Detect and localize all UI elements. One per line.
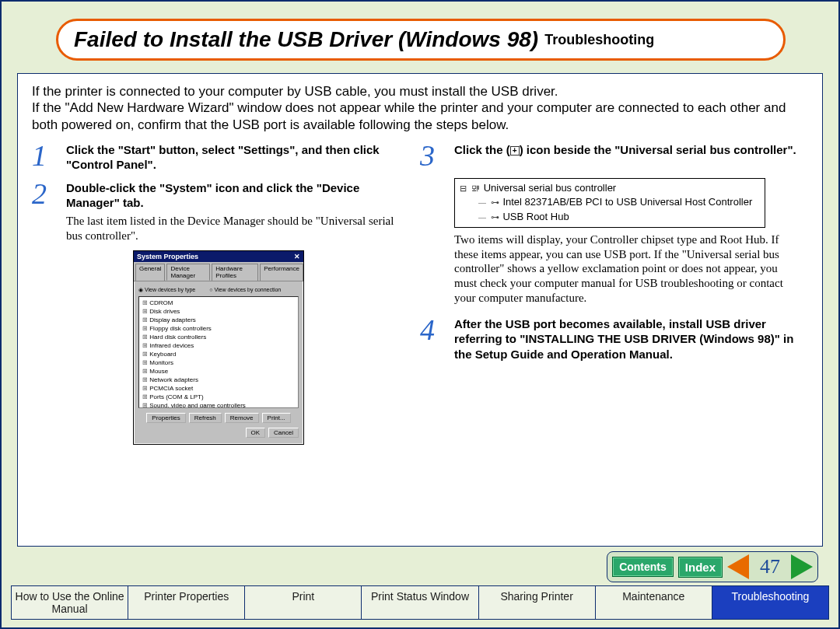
tab-maintenance[interactable]: Maintenance — [596, 585, 712, 620]
page-number: 47 — [760, 555, 780, 578]
step-1: 1 Click the "Start" button, select "Sett… — [32, 142, 420, 173]
sysprop-button: Cancel — [268, 428, 299, 438]
step-heading: Click the (+) icon beside the "Universal… — [454, 142, 797, 158]
prev-page-arrow-icon[interactable] — [727, 554, 749, 579]
next-page-arrow-icon[interactable] — [791, 554, 813, 579]
tab-troubleshooting[interactable]: Troubleshooting — [712, 585, 829, 620]
bottom-tabs: How to Use the Online Manual Printer Pro… — [11, 585, 829, 620]
title-main: Failed to Install the USB Driver (Window… — [74, 27, 538, 52]
usb-tree-screenshot: 🖳 Universal serial bus controller ⊶ Inte… — [454, 178, 765, 228]
page-nav-strip: Contents Index 47 — [607, 551, 818, 582]
sysprop-button: OK — [246, 428, 266, 438]
tab-print[interactable]: Print — [245, 585, 362, 620]
system-properties-screenshot: System Properties ✕ General Device Manag… — [133, 250, 304, 445]
intro-text: If the printer is connected to your comp… — [32, 83, 808, 133]
tab-printer-properties[interactable]: Printer Properties — [128, 585, 245, 620]
usbtree-child: ⊶ Intel 82371AB/EB PCI to USB Universal … — [478, 195, 760, 210]
step-2: 2 Double-click the "System" icon and cli… — [32, 180, 420, 243]
usbtree-root: 🖳 Universal serial bus controller — [460, 181, 760, 195]
step-desc: Two items will display, your Controller … — [454, 232, 802, 306]
sysprop-tab: Device Manager — [166, 264, 210, 281]
plus-icon: + — [510, 146, 520, 156]
intro-line1: If the printer is connected to your comp… — [32, 83, 808, 100]
sysprop-button: Print... — [262, 413, 291, 423]
sysprop-radio: ○ View devices by connection — [209, 287, 281, 293]
title-sub: Troubleshooting — [544, 32, 654, 48]
content-panel: If the printer is connected to your comp… — [17, 73, 823, 547]
usbtree-child: ⊶ USB Root Hub — [478, 210, 760, 225]
step-desc: The last item listed in the Device Manag… — [66, 214, 409, 243]
step-number: 4 — [420, 315, 454, 362]
sysprop-tab: Performance — [260, 264, 303, 281]
step-heading: Click the "Start" button, select "Settin… — [66, 142, 409, 173]
sysprop-button: Refresh — [189, 413, 222, 423]
step-number: 3 — [420, 141, 454, 170]
step-4: 4 After the USB port becomes available, … — [420, 316, 808, 362]
left-column: 1 Click the "Start" button, select "Sett… — [32, 139, 420, 446]
step-heading: After the USB port becomes available, in… — [454, 316, 797, 362]
sysprop-titlebar: System Properties ✕ — [134, 251, 303, 262]
sysprop-radio: ◉ View devices by type — [138, 287, 195, 293]
page-root: Failed to Install the USB Driver (Window… — [0, 0, 840, 629]
close-icon: ✕ — [294, 253, 300, 260]
tab-print-status-window[interactable]: Print Status Window — [362, 585, 478, 620]
sysprop-tree: CDROM Disk drives Display adapters Flopp… — [138, 296, 299, 408]
step-number: 2 — [32, 179, 66, 243]
tab-sharing-printer[interactable]: Sharing Printer — [479, 585, 596, 620]
sysprop-tab: Hardware Profiles — [212, 264, 258, 281]
sysprop-tabs: General Device Manager Hardware Profiles… — [134, 262, 303, 281]
index-button[interactable]: Index — [678, 557, 723, 578]
step-3: 3 Click the (+) icon beside the "Univers… — [420, 142, 808, 170]
sysprop-button: Properties — [146, 413, 185, 423]
sysprop-tab: General — [135, 264, 165, 281]
sysprop-button: Remove — [225, 413, 259, 423]
title-bar: Failed to Install the USB Driver (Window… — [56, 19, 786, 61]
sysprop-body: ◉ View devices by type ○ View devices by… — [134, 281, 303, 444]
intro-line2: If the "Add New Hardware Wizard" window … — [32, 100, 808, 133]
right-column: 3 Click the (+) icon beside the "Univers… — [420, 139, 808, 446]
step-heading: Double-click the "System" icon and click… — [66, 180, 409, 211]
tab-how-to-use[interactable]: How to Use the Online Manual — [11, 585, 128, 620]
step-number: 1 — [32, 141, 66, 173]
contents-button[interactable]: Contents — [612, 557, 674, 577]
sysprop-title: System Properties — [137, 253, 198, 260]
